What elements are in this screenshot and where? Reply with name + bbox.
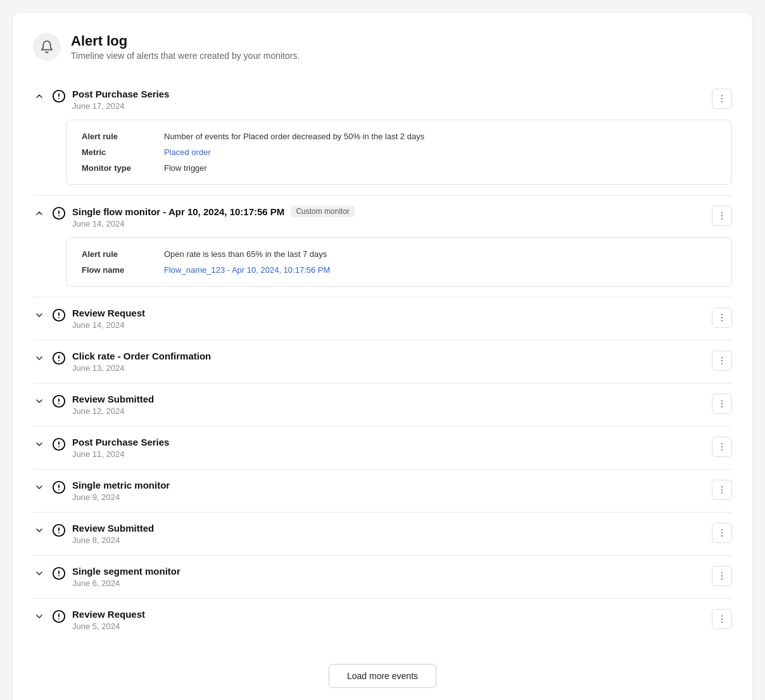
more-options-button[interactable] xyxy=(712,351,732,371)
ellipsis-vertical-icon xyxy=(717,485,727,495)
alert-row: Click rate - Order ConfirmationJune 13, … xyxy=(33,351,732,373)
ellipsis-vertical-icon xyxy=(717,442,727,452)
more-options-button[interactable] xyxy=(712,480,732,500)
svg-point-5 xyxy=(721,101,723,103)
alert-status-icon xyxy=(52,206,66,223)
svg-point-29 xyxy=(721,406,723,408)
alert-item: Review RequestJune 14, 2024 xyxy=(33,297,732,340)
alert-status-icon xyxy=(52,437,66,454)
alert-row: Single segment monitorJune 6, 2024 xyxy=(33,566,732,588)
svg-point-39 xyxy=(721,486,723,487)
alert-row: Single metric monitorJune 9, 2024 xyxy=(33,480,732,502)
ellipsis-vertical-icon xyxy=(717,528,727,538)
svg-point-57 xyxy=(721,615,723,616)
svg-point-41 xyxy=(721,492,723,494)
chevron-button[interactable] xyxy=(33,567,46,580)
detail-label: Alert rule xyxy=(82,249,164,259)
ellipsis-vertical-icon xyxy=(717,313,727,323)
more-options-button[interactable] xyxy=(712,89,732,109)
alert-left: Review SubmittedJune 8, 2024 xyxy=(33,523,154,545)
alert-title-text: Review Submitted xyxy=(72,394,154,404)
chevron-button[interactable] xyxy=(33,524,46,537)
alert-date: June 11, 2024 xyxy=(72,449,169,459)
chevron-down-icon xyxy=(34,310,44,320)
alert-title-line: Click rate - Order Confirmation xyxy=(72,351,211,361)
load-more-wrap: Load more events xyxy=(33,664,732,688)
detail-value: Number of events for Placed order decrea… xyxy=(164,132,424,141)
detail-row: Flow nameFlow_name_123 - Apr 10, 2024, 1… xyxy=(82,265,716,275)
alert-date: June 9, 2024 xyxy=(72,492,170,502)
alert-left: Review SubmittedJune 12, 2024 xyxy=(33,394,154,416)
alert-title-line: Single segment monitor xyxy=(72,566,180,577)
svg-point-27 xyxy=(721,400,723,401)
detail-row: Alert ruleNumber of events for Placed or… xyxy=(82,132,716,141)
chevron-button[interactable] xyxy=(33,309,46,322)
alert-date: June 5, 2024 xyxy=(72,622,145,631)
alert-date: June 8, 2024 xyxy=(72,535,154,545)
chevron-button[interactable] xyxy=(33,610,46,623)
svg-point-3 xyxy=(721,95,723,96)
alert-title-wrap: Click rate - Order ConfirmationJune 13, … xyxy=(72,351,211,373)
alert-item: Single segment monitorJune 6, 2024 xyxy=(33,555,732,598)
more-options-button[interactable] xyxy=(712,437,732,457)
svg-point-21 xyxy=(721,357,723,358)
ellipsis-vertical-icon xyxy=(717,399,727,409)
svg-point-16 xyxy=(721,317,723,318)
detail-value[interactable]: Flow_name_123 - Apr 10, 2024, 10:17:56 P… xyxy=(164,265,330,275)
alert-item: Review SubmittedJune 8, 2024 xyxy=(33,512,732,555)
alert-left: Post Purchase SeriesJune 11, 2024 xyxy=(33,437,169,459)
ellipsis-vertical-icon xyxy=(717,94,727,104)
alert-left: Review RequestJune 14, 2024 xyxy=(33,308,145,330)
chevron-button[interactable] xyxy=(33,481,46,494)
alert-status-icon xyxy=(52,566,66,583)
page-container: Alert log Timeline view of alerts that w… xyxy=(13,13,752,700)
svg-point-34 xyxy=(721,446,723,447)
alert-title-line: Review Request xyxy=(72,609,145,620)
alert-title-text: Single metric monitor xyxy=(72,480,170,491)
more-options-button[interactable] xyxy=(712,609,732,629)
alert-date: June 12, 2024 xyxy=(72,406,154,416)
alert-left: Review RequestJune 5, 2024 xyxy=(33,609,145,631)
alert-title-line: Review Submitted xyxy=(72,523,154,534)
alert-status-icon xyxy=(52,89,66,106)
chevron-up-icon xyxy=(34,208,44,218)
chevron-button[interactable] xyxy=(33,438,46,451)
alert-item: Review SubmittedJune 12, 2024 xyxy=(33,383,732,426)
more-options-button[interactable] xyxy=(712,206,732,226)
alert-title-text: Single flow monitor - Apr 10, 2024, 10:1… xyxy=(72,206,284,217)
chevron-button[interactable] xyxy=(33,90,46,103)
svg-point-9 xyxy=(721,212,723,213)
chevron-down-icon xyxy=(34,482,44,492)
alert-date: June 14, 2024 xyxy=(72,219,355,228)
more-options-button[interactable] xyxy=(712,308,732,328)
svg-point-59 xyxy=(721,622,723,623)
chevron-button[interactable] xyxy=(33,395,46,408)
alert-title-wrap: Single segment monitorJune 6, 2024 xyxy=(72,566,180,588)
detail-label: Alert rule xyxy=(82,132,164,141)
alert-detail-card: Alert ruleNumber of events for Placed or… xyxy=(66,120,732,185)
detail-link[interactable]: Placed order xyxy=(164,147,211,157)
load-more-button[interactable]: Load more events xyxy=(329,664,436,688)
detail-label: Metric xyxy=(82,147,164,157)
ellipsis-vertical-icon xyxy=(717,571,727,581)
alert-title-line: Single metric monitor xyxy=(72,480,170,491)
svg-point-10 xyxy=(721,215,723,216)
alert-title-text: Review Submitted xyxy=(72,523,154,534)
header-text: Alert log Timeline view of alerts that w… xyxy=(71,33,300,61)
detail-link[interactable]: Flow_name_123 - Apr 10, 2024, 10:17:56 P… xyxy=(164,265,330,275)
chevron-button[interactable] xyxy=(33,207,46,220)
alert-left: Single flow monitor - Apr 10, 2024, 10:1… xyxy=(33,206,355,228)
alert-title-wrap: Review SubmittedJune 8, 2024 xyxy=(72,523,154,545)
chevron-down-icon xyxy=(34,396,44,406)
more-options-button[interactable] xyxy=(712,523,732,543)
alert-title-text: Post Purchase Series xyxy=(72,437,169,447)
more-options-button[interactable] xyxy=(712,394,732,414)
detail-value[interactable]: Placed order xyxy=(164,147,211,157)
alert-circle-icon xyxy=(52,480,66,494)
chevron-button[interactable] xyxy=(33,352,46,365)
alert-left: Click rate - Order ConfirmationJune 13, … xyxy=(33,351,211,373)
more-options-button[interactable] xyxy=(712,566,732,586)
alert-circle-icon xyxy=(52,308,66,322)
chevron-down-icon xyxy=(34,611,44,622)
alert-row: Review RequestJune 14, 2024 xyxy=(33,308,732,330)
